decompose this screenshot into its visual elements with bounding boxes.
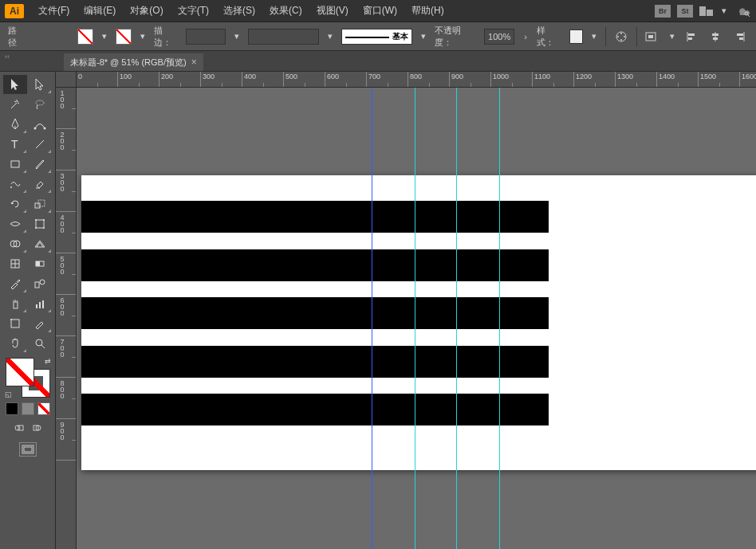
swap-fill-stroke-icon[interactable]: ⇄ xyxy=(45,357,51,365)
align-to-dropdown[interactable]: ▾ xyxy=(667,29,677,45)
search-adobe-icon[interactable] xyxy=(735,5,751,18)
gradient-tool[interactable] xyxy=(28,254,52,273)
artwork-rectangle[interactable] xyxy=(81,297,549,329)
shape-builder-tool[interactable] xyxy=(3,234,27,253)
svg-rect-39 xyxy=(36,261,40,266)
ruler-tick: 1100 xyxy=(533,72,574,87)
menu-window[interactable]: 窗口(W) xyxy=(356,1,404,21)
stroke-weight-dropdown[interactable]: ▾ xyxy=(232,29,242,45)
eyedropper-tool[interactable] xyxy=(3,274,27,293)
menu-effect[interactable]: 效果(C) xyxy=(263,1,309,21)
fill-indicator[interactable] xyxy=(6,358,34,386)
menu-help[interactable]: 帮助(H) xyxy=(405,1,451,21)
pen-tool[interactable] xyxy=(3,115,27,134)
align-to-icon[interactable] xyxy=(644,28,661,45)
scale-tool[interactable] xyxy=(28,194,52,214)
symbol-sprayer-tool[interactable] xyxy=(3,294,27,313)
rotate-tool[interactable] xyxy=(3,194,27,214)
style-label: 样式： xyxy=(537,25,563,49)
curvature-tool[interactable] xyxy=(28,115,52,134)
mesh-tool[interactable] xyxy=(3,254,27,273)
shaper-tool[interactable] xyxy=(3,175,27,194)
stock-icon[interactable]: St xyxy=(677,5,693,18)
draw-behind-icon[interactable] xyxy=(30,422,43,434)
stroke-weight-input[interactable] xyxy=(186,29,226,45)
color-mode-gradient[interactable] xyxy=(22,402,34,415)
brush-dropdown[interactable]: ▾ xyxy=(419,29,428,45)
svg-point-32 xyxy=(43,227,45,229)
draw-normal-icon[interactable] xyxy=(13,422,26,434)
menu-view[interactable]: 视图(V) xyxy=(310,1,355,21)
hand-tool[interactable] xyxy=(3,334,27,353)
ruler-tick: 1300 xyxy=(616,72,657,87)
line-segment-tool[interactable] xyxy=(28,135,52,154)
vertical-guide[interactable] xyxy=(372,72,372,549)
column-graph-tool[interactable] xyxy=(28,294,52,313)
lasso-tool[interactable] xyxy=(28,95,52,114)
style-dropdown[interactable]: ▾ xyxy=(589,29,599,45)
stroke-dropdown[interactable]: ▾ xyxy=(138,29,148,45)
selection-tool[interactable] xyxy=(3,75,27,94)
svg-point-4 xyxy=(624,36,625,37)
opacity-dropdown[interactable]: › xyxy=(521,29,530,45)
menu-type[interactable]: 文字(T) xyxy=(171,1,215,21)
magic-wand-tool[interactable] xyxy=(3,95,27,114)
width-tool[interactable] xyxy=(3,214,27,233)
eraser-tool[interactable] xyxy=(28,175,52,194)
expand-panels-icon[interactable]: ‹‹ xyxy=(5,53,13,61)
screen-mode-icon[interactable] xyxy=(19,442,37,457)
ruler-tick: 900 xyxy=(56,419,76,461)
menu-file[interactable]: 文件(F) xyxy=(32,1,76,21)
artwork-rectangle[interactable] xyxy=(81,249,549,281)
bridge-icon[interactable]: Br xyxy=(655,5,671,18)
ruler-tick: 1200 xyxy=(574,72,616,87)
ruler-tick: 1000 xyxy=(491,72,533,87)
vertical-guide[interactable] xyxy=(499,72,500,549)
zoom-tool[interactable] xyxy=(28,334,52,353)
artwork-rectangle[interactable] xyxy=(81,201,549,233)
fill-swatch[interactable] xyxy=(77,29,93,45)
blend-tool[interactable] xyxy=(28,274,52,293)
graphic-style-swatch[interactable] xyxy=(569,29,584,44)
svg-point-19 xyxy=(34,127,37,130)
slice-tool[interactable] xyxy=(28,314,52,333)
direct-selection-tool[interactable] xyxy=(28,75,52,94)
variable-width-dropdown[interactable]: ▾ xyxy=(325,29,335,45)
align-right-icon[interactable] xyxy=(730,28,748,45)
canvas-area[interactable]: 0100200300400500600700800900100011001200… xyxy=(56,72,756,549)
free-transform-tool[interactable] xyxy=(28,214,52,233)
vertical-guide[interactable] xyxy=(415,72,415,549)
menu-edit[interactable]: 编辑(E) xyxy=(77,1,122,21)
fill-dropdown[interactable]: ▾ xyxy=(100,29,109,45)
vertical-ruler[interactable]: 100200300400500600700800900 xyxy=(56,88,77,549)
stroke-swatch[interactable] xyxy=(116,29,132,45)
artwork-rectangle[interactable] xyxy=(81,394,549,425)
rectangle-tool[interactable] xyxy=(3,155,27,174)
artboard-tool[interactable] xyxy=(3,314,27,333)
workspace-switcher-icon[interactable] xyxy=(699,6,713,16)
color-mode-none[interactable] xyxy=(37,402,50,415)
menu-select[interactable]: 选择(S) xyxy=(217,1,262,21)
menubar-right: Br St ▾ xyxy=(655,3,751,19)
horizontal-ruler[interactable]: 0100200300400500600700800900100011001200… xyxy=(77,72,756,88)
fill-stroke-indicator[interactable]: ⇄ ◱ xyxy=(6,358,50,398)
workspace-dropdown-arrow[interactable]: ▾ xyxy=(719,3,729,19)
menu-object[interactable]: 对象(O) xyxy=(124,1,169,21)
svg-line-22 xyxy=(36,140,44,148)
perspective-grid-tool[interactable] xyxy=(28,234,52,253)
recolor-artwork-icon[interactable] xyxy=(612,28,630,45)
align-left-icon[interactable] xyxy=(683,28,701,45)
close-tab-icon[interactable]: × xyxy=(191,57,197,68)
type-tool[interactable]: T xyxy=(3,135,27,154)
artwork-rectangle[interactable] xyxy=(81,346,549,378)
default-fill-stroke-icon[interactable]: ◱ xyxy=(5,390,12,398)
vertical-guide[interactable] xyxy=(456,72,457,549)
align-center-icon[interactable] xyxy=(707,28,724,45)
document-tab[interactable]: 未标题-8* @ 51% (RGB/预览) × xyxy=(64,53,203,71)
variable-width-profile[interactable] xyxy=(248,29,319,45)
ruler-origin[interactable] xyxy=(56,72,77,88)
opacity-input[interactable]: 100% xyxy=(484,29,514,45)
brush-definition[interactable]: 基本 xyxy=(341,29,412,45)
paintbrush-tool[interactable] xyxy=(28,155,52,174)
color-mode-solid[interactable] xyxy=(6,402,18,415)
